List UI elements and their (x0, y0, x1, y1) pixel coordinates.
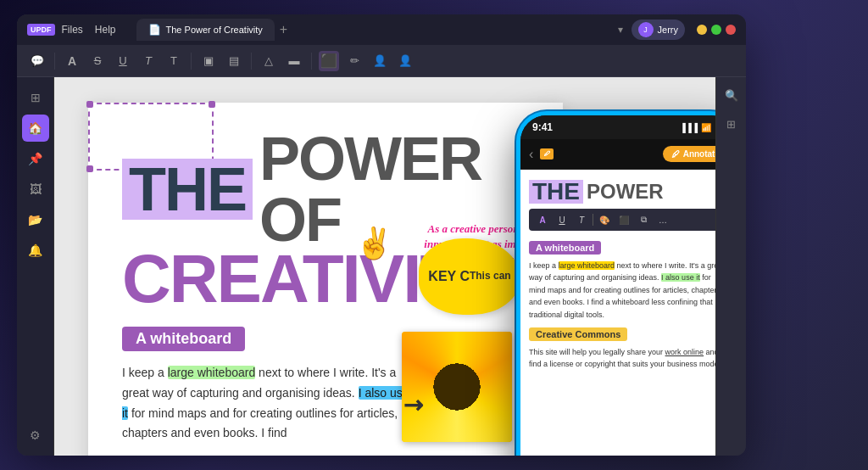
sidebar-icon-settings[interactable]: ⚙ (22, 422, 49, 449)
body-highlight-whiteboard: large whiteboard (168, 366, 256, 379)
toolbar-sep-4 (311, 53, 312, 70)
toolbar-person-icon[interactable]: 👤 (370, 51, 390, 71)
doc-page: THE POWER OF CREATIVITY As a creative pe… (88, 103, 563, 456)
phone-status-bar: 9:41 ▐▐▐ 📶 🔋 (520, 115, 715, 139)
phone-tool-text[interactable]: T (573, 212, 590, 227)
wifi-icon: 📶 (701, 123, 711, 132)
phone-section1-body: I keep a large whiteboard next to where … (529, 260, 715, 321)
toolbar-font-icon[interactable]: A (62, 51, 82, 71)
sunflower-image (402, 332, 512, 442)
menu-files[interactable]: Files (62, 24, 83, 36)
toolbar-sep-1 (54, 53, 55, 70)
tab-doc-icon: 📄 (148, 24, 161, 36)
sidebar-icon-image[interactable]: 🖼 (22, 176, 49, 203)
menu-bar: Files Help (62, 24, 116, 36)
maximize-button[interactable] (711, 25, 721, 35)
phone-time: 9:41 (532, 121, 553, 133)
phone-s2-body-1: This site will help you legally share yo… (529, 348, 665, 356)
phone-tool-highlight[interactable]: ⬛ (615, 212, 632, 227)
right-layers-icon[interactable]: ⊞ (721, 113, 743, 135)
bubble-text1: KEY C (428, 268, 470, 286)
sidebar-icon-pages[interactable]: 🔔 (22, 237, 49, 264)
body-text-3: for mind maps and for creating outlines … (122, 406, 398, 440)
phone-logo: 🖊 (540, 148, 554, 159)
phone-the: THE (529, 180, 583, 204)
phone-section2-heading: Creative Commons (529, 327, 627, 341)
phone-highlight-also: I also use it (661, 273, 700, 282)
section-heading: A whiteboard (122, 327, 245, 351)
toolbar-comment-icon[interactable]: 💬 (27, 51, 47, 71)
phone-overlay: 9:41 ▐▐▐ 📶 🔋 ‹ 🖊 🖊 Annotate (516, 111, 715, 456)
sidebar-icon-bookmark[interactable]: 📌 (22, 145, 49, 172)
tab-area: 📄 The Power of Creativity + (136, 19, 611, 41)
headline-the: THE (122, 159, 253, 220)
phone-tool-underline[interactable]: U (554, 212, 570, 227)
toolbar-color-icon[interactable]: ⬛ (319, 51, 339, 71)
tab-title: The Power of Creativity (166, 25, 263, 35)
toolbar-box1-icon[interactable]: ▣ (198, 51, 219, 71)
sidebar: ⊞ 🏠 📌 🖼 📂 🔔 ⚙ (17, 77, 54, 456)
phone-tool-more[interactable]: … (654, 212, 671, 227)
sidebar-icon-layers[interactable]: 📂 (22, 206, 49, 233)
bubble-text2: This can (470, 270, 511, 283)
battery-icon: 🔋 (715, 123, 715, 132)
phone-power: POWER (583, 182, 664, 202)
phone-tool-copy[interactable]: ⧉ (635, 212, 652, 227)
toolbar-person2-icon[interactable]: 👤 (395, 51, 415, 71)
bubble-content: KEY C This can (419, 238, 520, 315)
title-bar-right: ▾ J Jerry (618, 20, 736, 40)
toolbar-strikethrough-icon[interactable]: S (87, 51, 108, 71)
phone-toolbar-sep (593, 214, 593, 226)
phone-tool-bold[interactable]: A (534, 212, 551, 227)
toolbar-underline-icon[interactable]: U (113, 51, 133, 71)
sunflower-graphic (402, 332, 512, 442)
doc-area: THE POWER OF CREATIVITY As a creative pe… (54, 77, 715, 456)
doodle-hand: ✌ (355, 226, 393, 261)
annotate-label: Annotate (683, 149, 715, 159)
toolbar: 💬 A S U T T ▣ ▤ △ ▬ ⬛ ✏ 👤 👤 (17, 45, 746, 77)
app-window: UPDF Files Help 📄 The Power of Creativit… (17, 14, 746, 456)
speech-bubble: KEY C This can (419, 238, 520, 323)
body-text: I keep a large whiteboard next to where … (122, 363, 410, 444)
phone-headline-row: THE POWER (529, 180, 715, 204)
phone-body-1: I keep a (529, 261, 559, 270)
new-tab-button[interactable]: + (280, 22, 287, 37)
toolbar-text2-icon[interactable]: T (164, 51, 184, 71)
phone-status-icons: ▐▐▐ 📶 🔋 (680, 123, 715, 132)
toolbar-shape2-icon[interactable]: ▬ (284, 51, 304, 71)
close-button[interactable] (726, 25, 736, 35)
phone-section2-body: This site will help you legally share yo… (529, 346, 715, 371)
active-tab[interactable]: 📄 The Power of Creativity (136, 19, 275, 41)
title-bar: UPDF Files Help 📄 The Power of Creativit… (17, 14, 746, 45)
toolbar-pen-icon[interactable]: ✏ (344, 51, 364, 71)
dropdown-chevron[interactable]: ▾ (618, 24, 623, 36)
menu-help[interactable]: Help (95, 24, 116, 36)
phone-highlight-whiteboard: large whiteboard (559, 261, 615, 270)
toolbar-shape1-icon[interactable]: △ (259, 51, 279, 71)
toolbar-box2-icon[interactable]: ▤ (224, 51, 244, 71)
annotate-icon: 🖊 (671, 149, 680, 159)
phone-content: THE POWER A U T 🎨 ⬛ ⧉ … (520, 170, 715, 456)
toolbar-text-icon[interactable]: T (138, 51, 159, 71)
sidebar-icon-home[interactable]: ⊞ (22, 84, 49, 111)
right-toolbar: 🔍 ⊞ (715, 77, 746, 456)
phone-section1-heading: A whiteboard (529, 241, 601, 255)
phone-s2-highlight: work online (665, 348, 704, 356)
user-badge[interactable]: J Jerry (632, 20, 685, 40)
right-search-icon[interactable]: 🔍 (721, 84, 743, 106)
toolbar-sep-2 (191, 53, 192, 70)
avatar: J (638, 22, 654, 37)
app-logo: UPDF (27, 24, 55, 36)
signal-icon: ▐▐▐ (680, 123, 698, 132)
minimize-button[interactable] (697, 25, 707, 35)
phone-toolbar: A U T 🎨 ⬛ ⧉ … (529, 209, 715, 231)
sidebar-icon-document[interactable]: 🏠 (22, 115, 49, 142)
main-area: ⊞ 🏠 📌 🖼 📂 🔔 ⚙ THE (17, 77, 746, 456)
phone-tool-color[interactable]: 🎨 (596, 212, 613, 227)
body-text-1: I keep a (122, 366, 168, 379)
toolbar-sep-3 (251, 53, 252, 70)
annotate-button[interactable]: 🖊 Annotate (663, 146, 715, 162)
phone-nav: ‹ 🖊 🖊 Annotate (520, 139, 715, 170)
back-button[interactable]: ‹ (529, 147, 533, 162)
username: Jerry (658, 25, 678, 35)
